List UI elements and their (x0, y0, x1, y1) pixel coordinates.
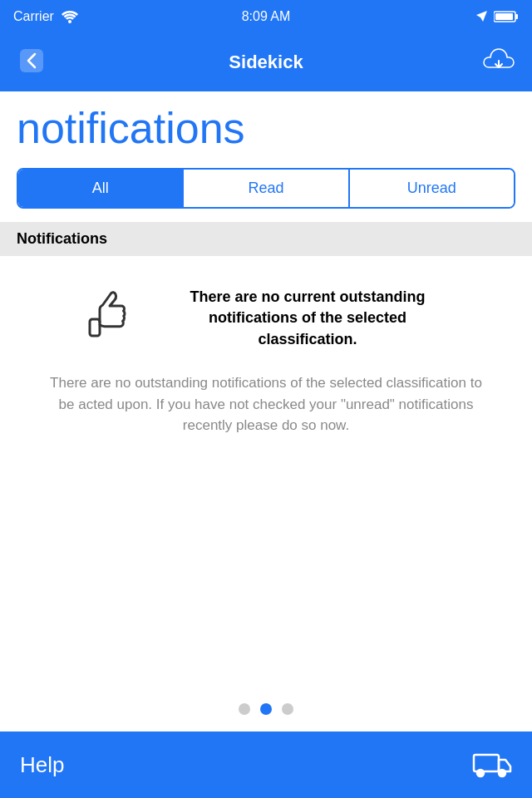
cloud-download-icon (482, 46, 515, 76)
page-title: notifications (17, 106, 515, 150)
cloud-sync-button[interactable] (482, 46, 515, 79)
empty-state-body: There are no outstanding notifications o… (50, 372, 482, 436)
svg-point-7 (477, 770, 484, 776)
thumbs-up-icon (75, 281, 141, 356)
carrier-label: Carrier (13, 9, 54, 24)
svg-rect-6 (474, 755, 499, 771)
tab-read[interactable]: Read (184, 170, 349, 207)
section-header: Notifications (0, 222, 532, 256)
truck-button[interactable] (472, 748, 512, 781)
help-button[interactable]: Help (20, 752, 64, 778)
nav-title: Sidekick (229, 52, 303, 73)
page-dot-3[interactable] (282, 703, 293, 715)
page-dot-2[interactable] (260, 703, 272, 715)
truck-icon (472, 748, 512, 778)
back-button[interactable] (17, 46, 47, 79)
page-indicators (0, 703, 532, 715)
tab-unread[interactable]: Unread (350, 170, 514, 207)
tab-all[interactable]: All (18, 170, 184, 207)
empty-state-top: There are no current outstanding notific… (75, 281, 457, 356)
page-title-section: notifications (0, 91, 532, 158)
empty-state-title: There are no current outstanding notific… (158, 287, 457, 350)
svg-rect-2 (515, 14, 518, 19)
battery-icon (494, 10, 519, 23)
empty-state: There are no current outstanding notific… (0, 256, 532, 461)
svg-rect-4 (20, 49, 43, 72)
location-icon (475, 10, 489, 23)
filter-tabs: All Read Unread (17, 168, 515, 209)
bottom-bar: Help (0, 732, 532, 798)
page-dot-1[interactable] (239, 703, 250, 715)
back-icon (17, 46, 47, 76)
svg-rect-3 (495, 13, 513, 20)
status-bar-right (475, 10, 519, 23)
status-bar: Carrier 8:09 AM (0, 0, 532, 33)
status-bar-time: 8:09 AM (242, 9, 291, 24)
status-bar-left: Carrier (13, 9, 79, 24)
svg-point-8 (499, 770, 505, 776)
wifi-icon (61, 10, 79, 23)
svg-point-0 (68, 20, 71, 23)
svg-rect-5 (90, 319, 100, 336)
nav-bar: Sidekick (0, 33, 532, 91)
